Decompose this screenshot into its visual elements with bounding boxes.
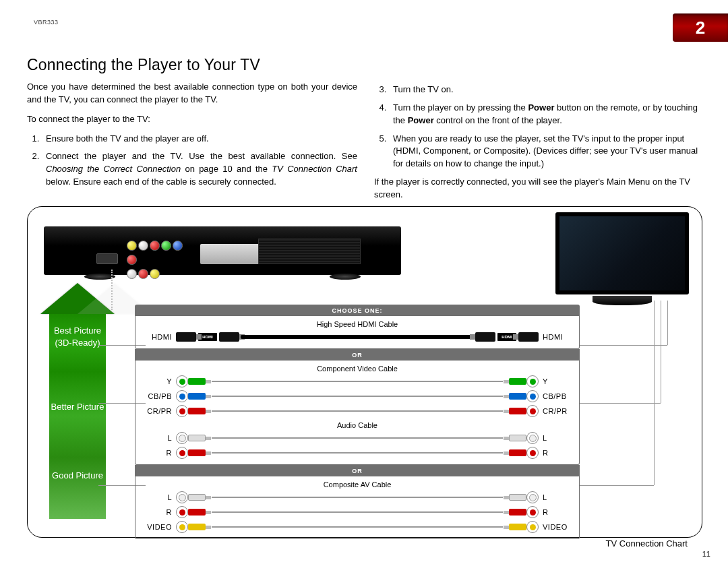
hdmi-plug-icon <box>219 332 239 342</box>
step-1: Ensure both the TV and the player are of… <box>42 133 357 146</box>
step-3: Turn the TV on. <box>389 84 701 96</box>
arrow-good: Good Picture <box>49 470 106 480</box>
port-r-icon <box>526 506 539 518</box>
port-r-icon <box>176 447 188 459</box>
steps-left: Ensure both the TV and the player are of… <box>27 133 357 189</box>
port-cbpb-icon <box>176 390 188 402</box>
step-5: When you are ready to use the player, se… <box>389 133 701 171</box>
port-crpr-icon <box>176 405 188 417</box>
connector-line <box>580 403 661 404</box>
rca-plug-white-icon <box>504 494 526 501</box>
port-l-icon <box>526 432 539 444</box>
closing-text: If the player is correctly connected, yo… <box>374 176 701 201</box>
rca-plug-yellow-icon <box>504 524 526 530</box>
rca-plug-red-icon <box>504 449 526 456</box>
rca-plug-green-icon <box>188 378 211 385</box>
port-crpr-icon <box>526 405 539 417</box>
hdmi-cable-icon <box>241 335 474 339</box>
intro-text: Once you have determined the best availa… <box>27 81 357 106</box>
player-hdmi-port-icon <box>96 253 118 264</box>
port-video-icon <box>176 521 188 533</box>
bluray-player-icon <box>44 226 401 275</box>
hdmi-plug-icon <box>475 332 495 342</box>
hdmi-cable-title: High Speed HDMI Cable <box>138 320 576 328</box>
port-y-icon <box>526 375 539 387</box>
rca-plug-red-icon <box>504 408 526 414</box>
quality-arrow: Best Picture (3D-Ready) Better Picture G… <box>40 283 115 519</box>
connection-options: CHOOSE ONE: High Speed HDMI Cable HDMI H… <box>135 305 580 539</box>
player-rca-cluster-icon <box>126 240 183 270</box>
connector-line <box>654 301 655 485</box>
component-title: Component Video Cable <box>138 365 576 373</box>
left-column: Once you have determined the best availa… <box>27 81 357 194</box>
step-4: Turn the player on by pressing the Power… <box>389 102 701 127</box>
tv-icon <box>555 212 689 307</box>
hdmi-label-right: HDMI <box>539 333 576 341</box>
rca-plug-red-icon <box>504 509 526 516</box>
hdmi-port-icon <box>176 332 196 342</box>
port-r-icon <box>176 506 188 518</box>
arrow-head-icon <box>40 283 115 314</box>
rca-plug-white-icon <box>504 435 526 441</box>
or-bar: OR <box>135 465 580 476</box>
port-cbpb-icon <box>526 390 539 402</box>
chart-caption: TV Connection Chart <box>606 538 688 549</box>
rca-plug-red-icon <box>188 408 211 414</box>
port-y-icon <box>176 375 188 387</box>
port-r-icon <box>526 447 539 459</box>
connector-line <box>667 301 668 345</box>
connector-line <box>661 301 661 403</box>
connector-line <box>580 485 654 486</box>
or-bar: OR <box>135 349 580 361</box>
model-code: VBR333 <box>34 19 59 26</box>
rca-plug-yellow-icon <box>188 524 211 530</box>
chapter-tab: 2 <box>673 13 728 42</box>
page-number: 11 <box>702 550 710 558</box>
rca-plug-green-icon <box>504 378 526 385</box>
right-column: Turn the TV on. Turn the player on by pr… <box>374 81 701 208</box>
composite-box: Composite AV Cable L L R R VIDEO <box>135 476 580 539</box>
hdmi-port-icon <box>518 332 539 342</box>
port-video-icon <box>526 521 539 533</box>
rca-plug-white-icon <box>188 494 211 501</box>
hdmi-label-left: HDMI <box>138 333 176 341</box>
rca-plug-blue-icon <box>504 393 526 400</box>
lead-text: To connect the player to the TV: <box>27 113 357 126</box>
arrow-better: Better Picture <box>49 402 106 412</box>
audio-title: Audio Cable <box>138 421 576 429</box>
composite-title: Composite AV Cable <box>138 480 576 489</box>
rca-plug-white-icon <box>188 435 211 441</box>
choose-one-bar: CHOOSE ONE: <box>135 305 580 316</box>
port-l-icon <box>176 432 188 444</box>
step-2: Connect the player and the TV. Use the b… <box>42 150 357 189</box>
player-foot <box>330 274 361 280</box>
port-l-icon <box>526 491 539 503</box>
player-vent-icon <box>258 239 361 264</box>
rca-plug-blue-icon <box>188 393 211 400</box>
hdmi-box: High Speed HDMI Cable HDMI HDMI HDMI HDM… <box>135 316 580 349</box>
component-box: Component Video Cable Y Y CB/PB CB/PB <box>135 361 580 465</box>
arrow-best: Best Picture (3D-Ready) <box>49 325 106 348</box>
rca-plug-red-icon <box>188 509 211 516</box>
section-title: Connecting the Player to Your TV <box>27 56 260 74</box>
rca-plug-red-icon <box>188 449 211 456</box>
steps-right: Turn the TV on. Turn the player on by pr… <box>374 84 701 170</box>
port-l-icon <box>176 491 188 503</box>
